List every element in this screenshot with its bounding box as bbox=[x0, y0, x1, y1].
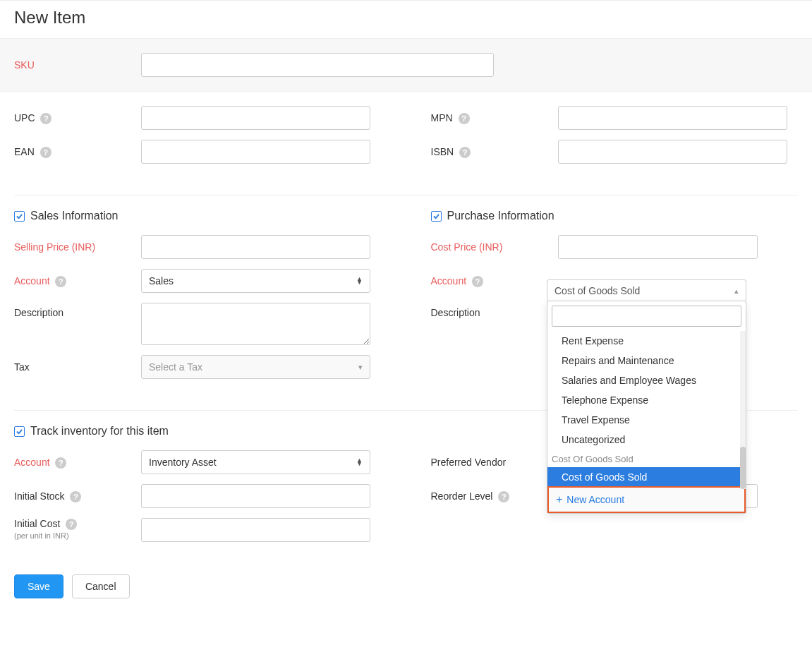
help-icon[interactable]: ? bbox=[55, 276, 66, 287]
dropdown-item-selected[interactable]: Cost of Goods Sold bbox=[547, 467, 746, 486]
help-icon[interactable]: ? bbox=[498, 491, 509, 502]
cost-price-input[interactable] bbox=[558, 235, 758, 259]
mpn-label: MPN bbox=[431, 112, 453, 123]
purchase-header: Purchase Information bbox=[431, 210, 799, 222]
sales-account-value: Sales bbox=[149, 275, 174, 287]
purchase-account-label: Account bbox=[431, 275, 467, 287]
help-icon[interactable]: ? bbox=[40, 147, 51, 158]
sales-account-label: Account bbox=[14, 275, 50, 287]
sku-label: SKU bbox=[14, 59, 35, 71]
preferred-vendor-label: Preferred Vendor bbox=[431, 457, 507, 468]
inventory-checkbox[interactable] bbox=[14, 426, 25, 437]
dropdown-group-label: Cost Of Goods Sold bbox=[547, 450, 746, 467]
help-icon[interactable]: ? bbox=[70, 491, 81, 502]
help-icon[interactable]: ? bbox=[459, 147, 471, 158]
tax-placeholder: Select a Tax bbox=[149, 361, 202, 373]
check-icon bbox=[16, 428, 23, 435]
help-icon[interactable]: ? bbox=[459, 113, 470, 124]
initial-stock-label: Initial Stock bbox=[14, 490, 65, 502]
help-icon[interactable]: ? bbox=[55, 457, 66, 469]
dropdown-item[interactable]: Travel Expense bbox=[547, 410, 746, 430]
selling-price-label: Selling Price (INR) bbox=[14, 241, 95, 253]
check-icon bbox=[16, 213, 23, 219]
new-account-button[interactable]: + New Account bbox=[547, 486, 746, 513]
selling-price-input[interactable] bbox=[141, 235, 370, 259]
plus-icon: + bbox=[556, 493, 562, 506]
check-icon bbox=[433, 213, 440, 219]
tax-label: Tax bbox=[14, 361, 30, 373]
account-dropdown-panel: Rent Expense Repairs and Maintenance Sal… bbox=[547, 301, 746, 514]
initial-stock-input[interactable] bbox=[141, 484, 370, 508]
inventory-account-label: Account bbox=[14, 457, 50, 468]
page-title: New Item bbox=[0, 0, 812, 38]
inventory-account-select[interactable]: Inventory Asset ▲▼ bbox=[141, 450, 370, 474]
initial-cost-input[interactable] bbox=[141, 518, 370, 542]
cost-price-label: Cost Price (INR) bbox=[431, 241, 503, 253]
sales-checkbox[interactable] bbox=[14, 211, 25, 222]
ean-input[interactable] bbox=[141, 140, 370, 164]
sku-row: SKU bbox=[0, 38, 812, 92]
dropdown-search-input[interactable] bbox=[552, 306, 741, 327]
sales-description-input[interactable] bbox=[141, 303, 370, 345]
dropdown-item[interactable]: Salaries and Employee Wages bbox=[547, 370, 746, 390]
dropdown-item[interactable]: Telephone Expense bbox=[547, 390, 746, 410]
help-icon[interactable]: ? bbox=[66, 519, 77, 530]
chevron-down-icon: ▾ bbox=[358, 363, 363, 372]
dropdown-item[interactable]: Uncategorized bbox=[547, 430, 746, 450]
help-icon[interactable]: ? bbox=[472, 276, 483, 287]
divider bbox=[14, 195, 798, 195]
purchase-description-label: Description bbox=[431, 307, 480, 318]
sales-account-select[interactable]: Sales ▲▼ bbox=[141, 269, 370, 293]
sales-description-label: Description bbox=[14, 307, 63, 318]
dropdown-list[interactable]: Rent Expense Repairs and Maintenance Sal… bbox=[547, 331, 746, 486]
initial-cost-label: Initial Cost bbox=[14, 518, 60, 529]
help-icon[interactable]: ? bbox=[40, 113, 51, 124]
ean-label: EAN bbox=[14, 146, 35, 157]
save-button[interactable]: Save bbox=[14, 574, 63, 598]
inventory-header-label: Track inventory for this item bbox=[30, 425, 169, 438]
scrollbar-thumb[interactable] bbox=[740, 447, 746, 489]
new-account-label: New Account bbox=[566, 494, 624, 505]
purchase-account-value: Cost of Goods Sold bbox=[555, 285, 640, 296]
dropdown-item[interactable]: Rent Expense bbox=[547, 331, 746, 351]
purchase-header-label: Purchase Information bbox=[447, 210, 555, 222]
sales-header: Sales Information bbox=[14, 210, 382, 222]
sku-input[interactable] bbox=[141, 53, 494, 77]
dropdown-item[interactable]: Repairs and Maintenance bbox=[547, 351, 746, 370]
chevron-up-icon: ▴ bbox=[734, 287, 739, 296]
upc-input[interactable] bbox=[141, 106, 370, 130]
isbn-label: ISBN bbox=[431, 146, 454, 157]
reorder-level-label: Reorder Level bbox=[431, 490, 493, 502]
isbn-input[interactable] bbox=[558, 140, 787, 164]
select-arrows-icon: ▲▼ bbox=[356, 459, 363, 466]
dropdown-scrollbar[interactable] bbox=[740, 331, 746, 489]
initial-cost-sublabel: (per unit in INR) bbox=[14, 531, 141, 540]
inventory-account-value: Inventory Asset bbox=[149, 457, 217, 468]
mpn-input[interactable] bbox=[558, 106, 787, 130]
sales-header-label: Sales Information bbox=[30, 210, 119, 222]
select-arrows-icon: ▲▼ bbox=[356, 277, 363, 284]
purchase-account-select[interactable]: Cost of Goods Sold ▴ bbox=[547, 279, 746, 302]
cancel-button[interactable]: Cancel bbox=[72, 574, 130, 598]
tax-select[interactable]: Select a Tax ▾ bbox=[141, 355, 370, 379]
upc-label: UPC bbox=[14, 112, 35, 123]
purchase-checkbox[interactable] bbox=[431, 211, 442, 222]
